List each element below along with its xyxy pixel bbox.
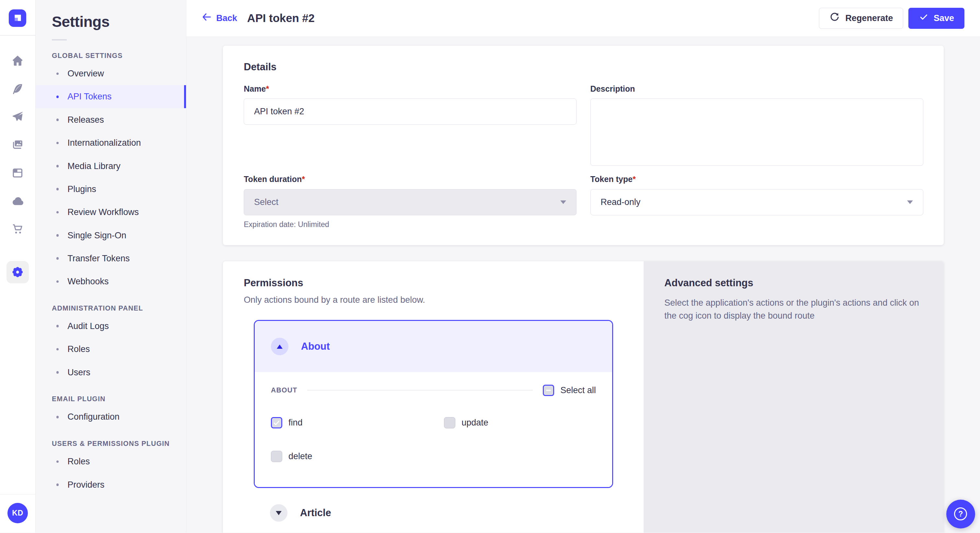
about-section-label: ABOUT	[271, 386, 297, 394]
images-icon[interactable]	[11, 139, 24, 151]
feather-icon[interactable]	[11, 82, 24, 95]
sidebar-item-label: Releases	[67, 113, 104, 127]
page-title: API token #2	[247, 12, 315, 25]
find-checkbox[interactable]	[271, 417, 282, 428]
sidebar-section-email-plugin: EMAIL PLUGIN Configuration	[36, 395, 186, 428]
accordion-about: About ABOUT Select all	[254, 320, 613, 488]
strapi-admin-app: KD Settings GLOBAL SETTINGS Overview API…	[0, 0, 980, 533]
bullet-icon	[56, 142, 59, 144]
advanced-settings-heading: Advanced settings	[664, 277, 923, 289]
sidebar-item-releases[interactable]: Releases	[36, 108, 186, 131]
section-label: ADMINISTRATION PANEL	[36, 305, 186, 312]
accordion-about-header[interactable]: About	[255, 321, 612, 372]
bullet-icon	[56, 188, 59, 190]
help-button[interactable]: ?	[946, 500, 975, 528]
select-all-checkbox[interactable]	[543, 385, 554, 396]
sidebar-item-media-library[interactable]: Media Library	[36, 154, 186, 178]
required-marker: *	[633, 174, 636, 184]
content-area: Details Name* API token #2 Description T…	[186, 37, 980, 533]
bullet-icon	[56, 325, 59, 327]
sidebar-item-admin-roles[interactable]: Roles	[36, 338, 186, 361]
save-button[interactable]: Save	[908, 8, 964, 29]
sidebar-item-plugins[interactable]: Plugins	[36, 178, 186, 200]
bullet-icon	[56, 165, 59, 167]
sidebar-item-label: Internationalization	[67, 136, 141, 150]
cloud-icon[interactable]	[11, 195, 24, 208]
description-textarea[interactable]	[590, 98, 923, 166]
sidebar-item-label: Roles	[67, 455, 90, 468]
layout-icon[interactable]	[11, 167, 24, 179]
token-duration-value: Select	[254, 197, 278, 207]
name-input[interactable]: API token #2	[244, 98, 576, 125]
permission-action-delete: delete	[271, 451, 444, 462]
accordion-article-header[interactable]: Article	[254, 488, 613, 533]
sidebar-item-label: API Tokens	[67, 90, 111, 103]
token-type-field-group: Token type* Read-only	[590, 174, 923, 229]
bullet-icon	[56, 460, 59, 463]
gear-icon-active[interactable]	[6, 261, 29, 283]
token-duration-select[interactable]: Select	[244, 189, 576, 215]
sidebar-item-label: Webhooks	[67, 275, 108, 288]
user-avatar[interactable]: KD	[8, 503, 28, 523]
update-checkbox[interactable]	[444, 417, 455, 428]
bullet-icon	[56, 257, 59, 260]
description-label: Description	[590, 84, 923, 94]
page-header: Back API token #2 Regenerate Save	[186, 0, 980, 37]
bullet-icon	[56, 348, 59, 351]
indeterminate-icon	[544, 386, 553, 395]
sidebar-item-label: Configuration	[67, 410, 119, 424]
sidebar-section-administration-panel: ADMINISTRATION PANEL Audit Logs Roles Us…	[36, 305, 186, 384]
delete-checkbox[interactable]	[271, 451, 282, 462]
back-arrow-icon	[202, 13, 211, 23]
sidebar-item-api-tokens[interactable]: API Tokens	[36, 85, 186, 108]
expand-toggle-button[interactable]	[270, 504, 288, 522]
sidebar-title: Settings	[52, 13, 186, 30]
back-link[interactable]: Back	[202, 13, 237, 23]
sidebar-item-internationalization[interactable]: Internationalization	[36, 132, 186, 154]
sidebar-item-single-sign-on[interactable]: Single Sign-On	[36, 224, 186, 247]
name-label: Name*	[244, 84, 576, 94]
regenerate-label: Regenerate	[845, 13, 893, 23]
sidebar-item-label: Users	[67, 366, 90, 379]
sidebar-item-review-workflows[interactable]: Review Workflows	[36, 201, 186, 224]
expiration-hint: Expiration date: Unlimited	[244, 220, 576, 229]
accordion-about-body: ABOUT Select all find	[255, 372, 612, 487]
permissions-panel: Permissions Only actions bound by a rout…	[223, 261, 644, 533]
accordion-about-label: About	[301, 341, 330, 352]
token-type-select[interactable]: Read-only	[590, 189, 923, 215]
name-value: API token #2	[254, 106, 304, 117]
sidebar-item-transfer-tokens[interactable]: Transfer Tokens	[36, 247, 186, 270]
description-field-group: Description	[590, 84, 923, 166]
paper-plane-icon[interactable]	[11, 110, 24, 123]
refresh-icon	[829, 12, 840, 25]
section-label: GLOBAL SETTINGS	[36, 52, 186, 60]
strapi-logo-icon[interactable]	[9, 10, 26, 27]
check-icon	[272, 418, 281, 427]
sidebar-item-webhooks[interactable]: Webhooks	[36, 270, 186, 293]
bullet-icon	[56, 73, 59, 75]
sidebar-item-up-roles[interactable]: Roles	[36, 450, 186, 473]
sidebar-item-up-providers[interactable]: Providers	[36, 473, 186, 496]
details-heading: Details	[244, 61, 923, 73]
check-icon	[919, 12, 929, 24]
sidebar-item-overview[interactable]: Overview	[36, 62, 186, 85]
bullet-icon	[56, 416, 59, 418]
sidebar-item-email-configuration[interactable]: Configuration	[36, 405, 186, 428]
permissions-subtitle: Only actions bound by a route are listed…	[244, 295, 623, 305]
save-label: Save	[934, 13, 954, 23]
chevron-down-icon	[907, 200, 913, 204]
bullet-icon	[56, 211, 59, 214]
sidebar-item-audit-logs[interactable]: Audit Logs	[36, 315, 186, 338]
bullet-icon	[56, 371, 59, 374]
sidebar-item-admin-users[interactable]: Users	[36, 361, 186, 384]
home-icon[interactable]	[11, 54, 24, 67]
collapse-toggle-button[interactable]	[271, 338, 288, 355]
required-marker: *	[266, 84, 269, 93]
back-label: Back	[216, 13, 237, 23]
sidebar-item-label: Audit Logs	[67, 320, 109, 333]
sidebar-item-label: Overview	[67, 67, 104, 80]
cart-icon[interactable]	[11, 223, 24, 235]
nav-rail: KD	[0, 0, 36, 533]
advanced-settings-description: Select the application's actions or the …	[664, 296, 923, 322]
regenerate-button[interactable]: Regenerate	[819, 8, 904, 29]
